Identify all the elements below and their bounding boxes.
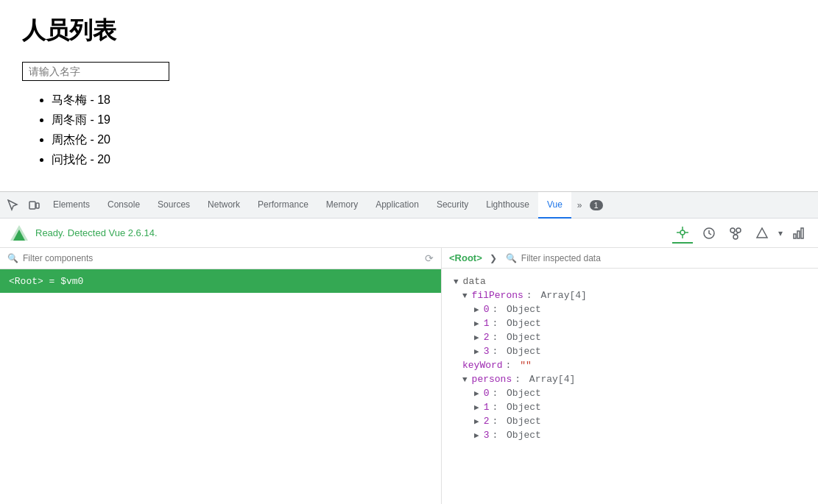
svg-rect-1 [36,203,39,208]
tree-value: Object [507,416,541,427]
devtools-body: 🔍 ⟳ <Root> = $vm0 <Root> ❯ 🔍 ▼ data [0,248,818,504]
tree-separator: : [492,388,504,399]
expand-arrow-icon: ▶ [474,305,479,314]
expand-arrow-icon: ▼ [462,291,468,300]
expand-arrow-icon: ▶ [474,402,479,412]
tree-value: Object [507,304,541,315]
expand-arrow-icon: ▶ [474,416,479,426]
tree-value: Object [507,388,541,399]
tree-filperons[interactable]: ▼ filPerons : Array[4] [442,288,818,302]
refresh-icon[interactable]: ⟳ [425,252,434,264]
console-badge: 1 [590,200,603,210]
tab-console[interactable]: Console [99,192,149,219]
tree-data-root[interactable]: ▼ data [442,274,818,288]
right-panel: <Root> ❯ 🔍 ▼ data ▼ filPerons : Array[4] [442,248,818,504]
tree-value: Array[4] [529,374,575,385]
tree-key: 3 [484,430,490,441]
tree-key: 2 [484,416,490,427]
app-area: 人员列表 马冬梅 - 18周冬雨 - 19周杰伦 - 20问找伦 - 20 [0,0,818,191]
tree-value: "" [520,360,532,371]
tab-network[interactable]: Network [199,192,249,219]
tree-value: Object [507,332,541,343]
tree-key: 3 [484,346,490,357]
vue-chart-icon[interactable] [789,223,809,244]
search-icon-right: 🔍 [506,253,517,263]
tab-vue[interactable]: Vue [538,192,571,219]
vue-more-icon[interactable]: ▾ [778,228,783,238]
svg-rect-16 [794,234,796,238]
filter-components-input[interactable] [23,253,420,263]
page-title: 人员列表 [22,15,796,47]
devtools-toolbar: Elements Console Sources Network Perform… [0,192,818,219]
more-tabs-button[interactable]: » [573,200,587,210]
tree-separator: : [506,360,518,371]
tree-separator: : [492,346,504,357]
filter-data-input[interactable] [521,253,811,263]
inspected-component-label: <Root> [449,252,482,263]
tree-value: Object [507,402,541,413]
tab-application[interactable]: Application [367,192,428,219]
tree-value: Object [507,318,541,329]
tab-lighthouse[interactable]: Lighthouse [477,192,538,219]
search-input[interactable] [22,62,169,81]
tree-keyword[interactable]: keyWord : "" [442,358,818,372]
left-panel: 🔍 ⟳ <Root> = $vm0 [0,248,442,504]
tree-separator: : [492,318,504,329]
tree-persons-node-0[interactable]: ▶ 0 : Object [442,386,818,400]
vue-logo-icon [9,223,29,244]
tree-value: Array[4] [540,290,586,301]
tree-persons-node-1[interactable]: ▶ 1 : Object [442,400,818,414]
vue-status-text: Ready. Detected Vue 2.6.14. [35,227,666,238]
tree-key: data [463,276,486,287]
tree-separator: : [492,402,504,413]
svg-rect-0 [29,202,35,209]
tree-node-0[interactable]: ▶ 0 : Object [442,302,818,316]
tab-memory[interactable]: Memory [317,192,367,219]
expand-arrow-icon: ▶ [474,430,479,440]
expand-arrow-icon: ▶ [474,388,479,398]
tree-key: 0 [484,304,490,315]
root-arrow-icon: ❯ [490,253,497,263]
tree-key: filPerons [472,290,523,301]
vue-router-icon[interactable] [752,223,772,244]
svg-point-12 [733,235,738,239]
tab-security[interactable]: Security [428,192,477,219]
tree-node-2[interactable]: ▶ 2 : Object [442,330,818,344]
person-list: 马冬梅 - 18周冬雨 - 19周杰伦 - 20问找伦 - 20 [22,93,796,168]
list-item: 马冬梅 - 18 [52,93,796,108]
tree-key: 1 [484,402,490,413]
tree-persons[interactable]: ▼ persons : Array[4] [442,372,818,386]
root-component-item[interactable]: <Root> = $vm0 [0,269,441,293]
filter-bar-right: <Root> ❯ 🔍 [442,248,818,269]
svg-point-10 [730,228,735,233]
tree-separator: : [492,416,504,427]
tree-persons-node-2[interactable]: ▶ 2 : Object [442,414,818,428]
tree-separator: : [492,332,504,343]
vue-history-icon[interactable] [699,223,719,244]
search-icon: 🔍 [7,253,18,263]
tab-elements[interactable]: Elements [44,192,99,219]
vue-vuex-icon[interactable] [725,223,746,244]
tree-key: persons [472,374,512,385]
tree-separator: : [492,304,504,315]
list-item: 周冬雨 - 19 [52,113,796,128]
tree-node-3[interactable]: ▶ 3 : Object [442,344,818,358]
tree-persons-node-3[interactable]: ▶ 3 : Object [442,428,818,442]
list-item: 问找伦 - 20 [52,152,796,168]
vue-bar: Ready. Detected Vue 2.6.14. [0,219,818,248]
svg-line-13 [733,233,736,235]
expand-arrow-icon: ▶ [474,347,479,356]
device-toggle-icon[interactable] [24,195,44,216]
tree-key: 1 [484,318,490,329]
tab-performance[interactable]: Performance [249,192,317,219]
svg-point-4 [680,230,685,235]
tree-node-1[interactable]: ▶ 1 : Object [442,316,818,330]
component-list: <Root> = $vm0 [0,269,441,504]
svg-line-14 [736,233,738,235]
vue-components-icon[interactable] [672,223,693,244]
tree-key: keyWord [462,360,503,371]
svg-point-11 [736,228,741,233]
inspect-element-icon[interactable] [3,195,24,216]
tab-sources[interactable]: Sources [149,192,199,219]
tree-separator: : [515,374,526,385]
